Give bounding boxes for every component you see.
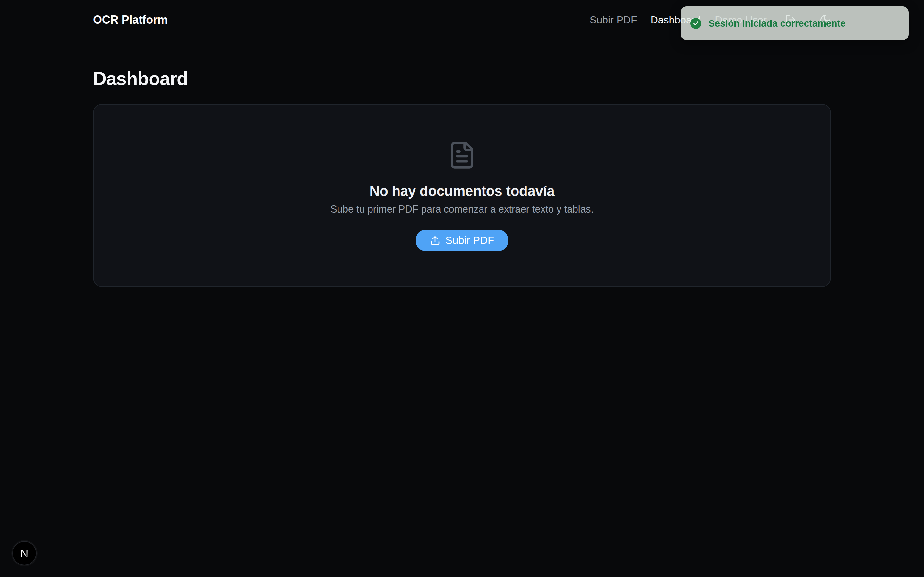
nextjs-n-icon: N: [17, 546, 32, 561]
app-logo[interactable]: OCR Platform: [93, 13, 168, 27]
upload-pdf-button[interactable]: Subir PDF: [416, 229, 508, 251]
nav-item-subir-pdf[interactable]: Subir PDF: [590, 14, 637, 26]
file-text-icon: [447, 140, 477, 171]
svg-text:N: N: [21, 547, 29, 559]
empty-state-subtitle: Sube tu primer PDF para comenzar a extra…: [330, 203, 594, 216]
nextjs-dev-badge[interactable]: N: [13, 542, 36, 565]
page-title: Dashboard: [93, 67, 831, 90]
empty-state-title: No hay documentos todavía: [370, 182, 555, 200]
main-content: Dashboard No hay documentos todavía Sube…: [93, 0, 831, 287]
documents-card: No hay documentos todavía Sube tu primer…: [93, 104, 831, 287]
upload-pdf-button-label: Subir PDF: [445, 234, 494, 247]
toast-success[interactable]: Sesión iniciada correctamente: [681, 6, 909, 40]
check-circle-icon: [690, 18, 701, 29]
empty-state: No hay documentos todavía Sube tu primer…: [330, 105, 594, 251]
upload-icon: [430, 235, 440, 245]
toast-message: Sesión iniciada correctamente: [708, 18, 846, 29]
